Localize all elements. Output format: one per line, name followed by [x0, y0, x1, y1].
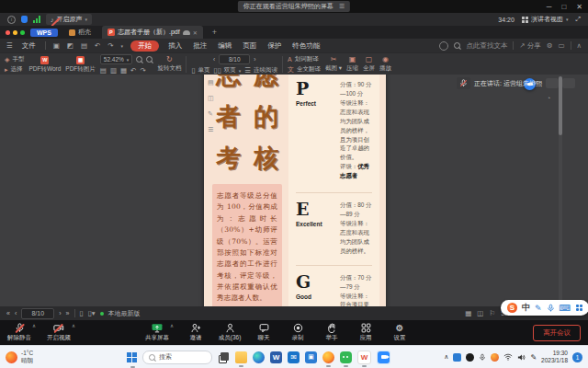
- invite-button[interactable]: 邀请: [184, 323, 208, 342]
- tray-qq-icon[interactable]: [466, 353, 474, 362]
- mac-close-button[interactable]: [6, 30, 10, 35]
- wifi-icon[interactable]: [503, 353, 513, 361]
- menu-protect[interactable]: 保护: [266, 40, 283, 52]
- status-page-indicator[interactable]: 8/10: [21, 308, 54, 319]
- next-page-icon[interactable]: ›: [59, 310, 61, 316]
- settings-gear-icon[interactable]: ⚙: [547, 41, 553, 50]
- notification-badge[interactable]: 1: [572, 352, 582, 362]
- pdf-to-word-button[interactable]: W PDF转Word: [28, 56, 61, 74]
- hand-tool-button[interactable]: ◈手型: [5, 55, 24, 63]
- menu-page[interactable]: 页面: [241, 40, 258, 52]
- video-thumbnail[interactable]: [562, 78, 575, 88]
- camera-options-chevron[interactable]: ∧: [72, 323, 75, 328]
- menu-annotate[interactable]: 批注: [191, 40, 209, 52]
- fullscreen-button[interactable]: ▢ 全屏: [363, 56, 375, 73]
- fit-screen-icon[interactable]: ◫: [477, 309, 483, 317]
- unmute-button[interactable]: 解除静音: [7, 323, 31, 342]
- play-button[interactable]: ◉ 播放: [379, 56, 391, 73]
- rotate-left-icon[interactable]: ↶: [130, 66, 136, 75]
- zoom-value-box[interactable]: 52.42%▾: [100, 54, 133, 64]
- fit-page-icon[interactable]: ▤: [100, 66, 107, 75]
- tab-home[interactable]: 稻壳: [63, 26, 96, 39]
- fit-window-icon[interactable]: ▦: [120, 66, 127, 75]
- meeting-security-icon[interactable]: [21, 16, 28, 23]
- leave-meeting-button[interactable]: 离开会议: [533, 325, 581, 341]
- meeting-info-icon[interactable]: i: [7, 16, 16, 24]
- ime-voice-icon[interactable]: [547, 304, 555, 313]
- sogou-logo-icon[interactable]: S: [507, 303, 517, 313]
- first-page-icon[interactable]: «: [6, 310, 10, 316]
- menu-start[interactable]: 开始: [130, 40, 159, 52]
- prev-page-icon[interactable]: ‹: [213, 56, 215, 63]
- members-button[interactable]: 成员(36): [218, 323, 242, 342]
- page-mode-icon[interactable]: ▯: [80, 309, 84, 317]
- ribbon-page-indicator[interactable]: 8/10: [219, 54, 250, 64]
- share-button[interactable]: ↗ 分享: [519, 41, 540, 51]
- tencent-meeting-icon[interactable]: [377, 351, 390, 364]
- file-explorer-icon[interactable]: [235, 351, 247, 363]
- mac-zoom-button[interactable]: [20, 30, 25, 35]
- maximize-button[interactable]: □: [561, 3, 566, 11]
- record-button[interactable]: 录制: [286, 323, 310, 342]
- continuous-read-button[interactable]: ☰连续阅读: [244, 66, 277, 75]
- fit-width-icon[interactable]: ▥: [110, 66, 117, 75]
- share-options-chevron[interactable]: ∧: [170, 323, 174, 328]
- tray-mic-icon[interactable]: [479, 353, 486, 362]
- tab-close-icon[interactable]: ✕: [193, 29, 198, 36]
- raise-hand-button[interactable]: 举手: [320, 323, 344, 342]
- menu-special-features[interactable]: 特色功能: [290, 40, 322, 52]
- close-button[interactable]: ✕: [576, 3, 582, 11]
- word-translate-button[interactable]: A划词翻译: [288, 55, 321, 63]
- volume-icon[interactable]: [517, 353, 526, 362]
- save-icon[interactable]: ◩: [67, 41, 74, 50]
- scrollbar[interactable]: [559, 76, 562, 303]
- full-translate-button[interactable]: 文全文翻译: [288, 65, 321, 75]
- firefox-icon[interactable]: [322, 351, 334, 363]
- undo-icon[interactable]: ↶: [95, 41, 100, 50]
- taskbar-search[interactable]: 搜索: [142, 351, 212, 364]
- menu-edit[interactable]: 编辑: [216, 40, 233, 52]
- new-tab-button[interactable]: +: [212, 28, 217, 37]
- tray-browser-icon[interactable]: [491, 353, 499, 362]
- ime-chinese-mode[interactable]: 中: [522, 302, 530, 314]
- zoom-out-icon[interactable]: [136, 56, 142, 63]
- ime-toolbox-icon[interactable]: [576, 305, 582, 311]
- tab-document[interactable]: P 志愿者手册（新）.pdf ✕: [102, 26, 203, 39]
- ai-assistant-icon[interactable]: [439, 41, 448, 51]
- read-mode-icon[interactable]: ▦: [465, 309, 471, 317]
- start-video-button[interactable]: 开启视频: [47, 323, 71, 342]
- banner-menu-icon[interactable]: ☰: [339, 3, 345, 10]
- weather-widget[interactable]: -1°C 晴朗: [6, 350, 33, 364]
- chat-button[interactable]: 聊天: [252, 323, 276, 342]
- zoom-in-icon[interactable]: [146, 56, 153, 63]
- find-text-placeholder[interactable]: 点此查找文本: [466, 41, 507, 51]
- original-sound-button[interactable]: ♪ 开启原声 ▾: [46, 14, 92, 25]
- task-view-button[interactable]: [218, 351, 230, 363]
- mac-minimize-button[interactable]: [13, 30, 17, 35]
- view-mode-button[interactable]: 演讲者视图 ▾: [522, 15, 569, 24]
- edge-browser-icon[interactable]: [253, 351, 265, 363]
- pdf-to-image-button[interactable]: ▦ PDF转图片: [65, 56, 96, 74]
- mic-options-chevron[interactable]: ∧: [32, 323, 36, 328]
- select-tool-button[interactable]: ▸选择: [5, 65, 24, 74]
- fullscreen-toggle-icon[interactable]: ⤢: [575, 16, 581, 23]
- rotate-right-icon[interactable]: ↷: [140, 66, 145, 75]
- double-page-button[interactable]: ▯▯双页▾: [214, 66, 242, 75]
- menu-file[interactable]: 文件: [20, 40, 38, 52]
- microsoft-store-icon[interactable]: ▣: [305, 351, 317, 363]
- notify-icon[interactable]: ⚐: [489, 309, 495, 317]
- history-panel-icon[interactable]: ◔: [547, 95, 553, 101]
- apps-button[interactable]: 应用: [354, 323, 378, 342]
- prev-page-icon[interactable]: ‹: [15, 310, 17, 316]
- rotate-doc-button[interactable]: ↻ 旋转文档: [157, 56, 181, 73]
- chevron-down-icon[interactable]: ▾: [121, 43, 124, 49]
- hamburger-menu-icon[interactable]: ☰: [6, 41, 13, 50]
- redo-icon[interactable]: ↷: [107, 41, 113, 50]
- pen-input-icon[interactable]: ✎: [530, 353, 537, 362]
- taskbar-clock[interactable]: 19:30 2023/1/18: [541, 350, 568, 364]
- open-file-icon[interactable]: ▣: [53, 41, 60, 50]
- attachment-panel-icon[interactable]: ☰: [208, 126, 214, 133]
- start-button[interactable]: [127, 352, 137, 362]
- next-page-icon[interactable]: ›: [254, 56, 255, 63]
- tray-app-icon[interactable]: [453, 353, 461, 362]
